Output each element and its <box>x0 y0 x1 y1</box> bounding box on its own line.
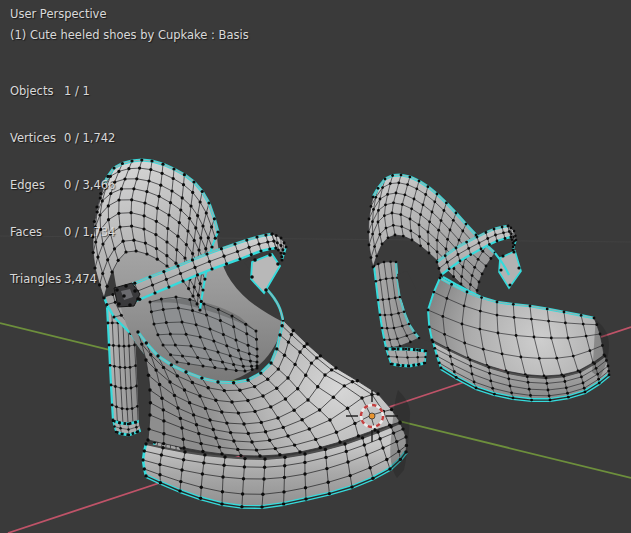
stat-triangles-label: Triangles <box>10 272 64 286</box>
stat-objects-label: Objects <box>10 84 64 98</box>
stat-objects: Objects 1 / 1 <box>10 84 115 103</box>
stat-vertices-value: 0 / 1,742 <box>64 131 115 145</box>
stat-objects-value: 1 / 1 <box>64 84 90 98</box>
stat-vertices: Vertices 0 / 1,742 <box>10 131 115 150</box>
stat-edges: Edges 0 / 3,466 <box>10 178 115 197</box>
stat-faces: Faces 0 / 1,734 <box>10 225 115 244</box>
stat-edges-value: 0 / 3,466 <box>64 178 115 192</box>
stat-triangles: Triangles 3,474 <box>10 272 115 291</box>
blender-3d-viewport[interactable]: User Perspective (1) Cute heeled shoes b… <box>0 0 631 533</box>
stat-faces-value: 0 / 1,734 <box>64 225 115 239</box>
stat-vertices-label: Vertices <box>10 131 64 145</box>
view-perspective-label: User Perspective <box>10 7 106 21</box>
stat-edges-label: Edges <box>10 178 64 192</box>
stat-faces-label: Faces <box>10 225 64 239</box>
statistics-overlay: Objects 1 / 1 Vertices 0 / 1,742 Edges 0… <box>10 56 115 319</box>
stat-triangles-value: 3,474 <box>64 272 97 286</box>
active-object-label: (1) Cute heeled shoes by Cupkake : Basis <box>10 28 249 42</box>
